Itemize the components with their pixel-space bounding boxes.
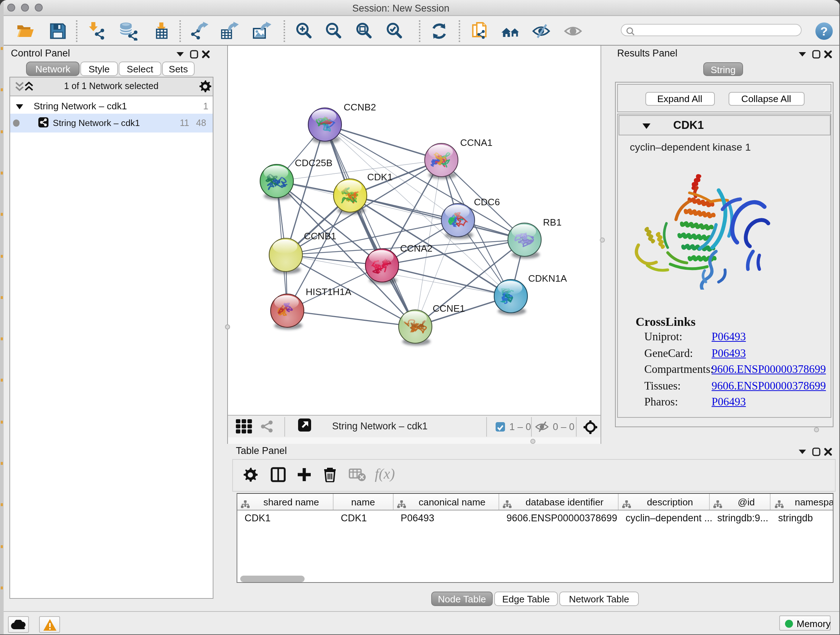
svg-text:CCNA2: CCNA2 bbox=[400, 243, 420, 254]
svg-text:CDC25B: CDC25B bbox=[295, 157, 332, 168]
svg-text:HIST1H1A: HIST1H1A bbox=[306, 287, 352, 297]
svg-text:CDK1: CDK1 bbox=[367, 172, 393, 182]
svg-text:CCNB1: CCNB1 bbox=[304, 231, 336, 241]
svg-text:CCNB2: CCNB2 bbox=[344, 102, 376, 112]
